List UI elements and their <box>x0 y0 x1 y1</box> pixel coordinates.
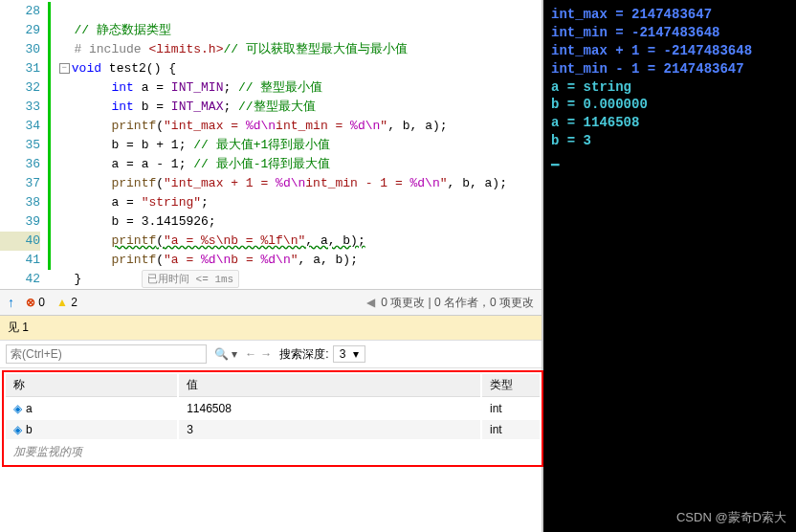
console-line: int_min - 1 = 2147483647 <box>551 60 788 78</box>
line-gutter: 28 29 30 31 32 33 34 35 36 37 38 39 40 4… <box>0 0 48 289</box>
console-line: int_max = 2147483647 <box>551 6 788 24</box>
line-num: 30 <box>0 40 40 59</box>
col-type[interactable]: 类型 <box>482 374 540 397</box>
code-editor[interactable]: 28 29 30 31 32 33 34 35 36 37 38 39 40 4… <box>0 0 542 289</box>
line-num: 40 <box>0 232 40 251</box>
table-row[interactable]: ◈b 3 int <box>6 420 540 439</box>
search-icon[interactable]: 🔍 ▾ <box>214 347 237 361</box>
comment: // 静态数据类型 <box>74 23 170 37</box>
watch-panel-title: 见 1 <box>0 316 542 341</box>
console-line: b = 3 <box>551 132 788 150</box>
line-num: 38 <box>0 193 40 212</box>
chevron-down-icon: ▾ <box>353 347 359 361</box>
console-line: int_max + 1 = -2147483648 <box>551 42 788 60</box>
table-row[interactable]: ◈a 1146508 int <box>6 399 540 418</box>
line-num: 39 <box>0 212 40 232</box>
depth-label: 搜索深度: <box>279 346 328 363</box>
console-line: int_min = -2147483648 <box>551 24 788 42</box>
console-line: a = 1146508 <box>551 114 788 132</box>
variable-icon: ◈ <box>13 402 22 415</box>
search-input[interactable] <box>6 344 207 364</box>
prev-icon[interactable]: ◀ <box>366 296 375 309</box>
add-watch-item[interactable]: 加要监视的项 <box>6 441 540 463</box>
watch-search-row: 🔍 ▾ ← → 搜索深度: 3▾ <box>0 341 542 368</box>
nav-back-icon[interactable]: ← <box>245 347 256 361</box>
console-output: int_max = 2147483647 int_min = -21474836… <box>543 0 796 532</box>
error-count[interactable]: ⊗ 0 <box>26 296 45 309</box>
depth-dropdown[interactable]: 3▾ <box>333 345 366 363</box>
line-num: 36 <box>0 155 40 174</box>
watch-table: 称 值 类型 ◈a 1146508 int ◈b 3 int 加要监视的项 <box>2 370 543 467</box>
line-num: 33 <box>0 98 40 117</box>
console-line: b = 0.000000 <box>551 96 788 114</box>
line-num: 35 <box>0 136 40 155</box>
changes-text: 0 项更改 | 0 名作者，0 项更改 <box>381 295 534 311</box>
timing-badge: 已用时间 <= 1ms <box>142 270 239 288</box>
line-num: 29 <box>0 21 40 40</box>
nav-forward-icon[interactable]: → <box>260 347 272 361</box>
warning-count[interactable]: ▲ 2 <box>56 296 77 309</box>
console-cursor: ▁ <box>551 150 788 168</box>
line-num: 41 <box>0 251 40 270</box>
console-line: a = string <box>551 78 788 97</box>
line-num: 34 <box>0 117 40 136</box>
fold-icon[interactable]: − <box>59 63 70 74</box>
col-name[interactable]: 称 <box>6 374 177 397</box>
up-arrow-icon[interactable]: ↑ <box>8 295 14 310</box>
col-value[interactable]: 值 <box>179 374 480 397</box>
line-num: 28 <box>0 2 40 21</box>
line-num: 37 <box>0 174 40 193</box>
line-num: 31 <box>0 59 40 78</box>
line-num: 32 <box>0 78 40 98</box>
line-num: 42 <box>0 270 40 289</box>
variable-icon: ◈ <box>13 423 22 436</box>
status-bar: ↑ ⊗ 0 ▲ 2 ◀ 0 项更改 | 0 名作者，0 项更改 <box>0 289 542 316</box>
watermark: CSDN @蒙奇D索大 <box>676 509 786 526</box>
